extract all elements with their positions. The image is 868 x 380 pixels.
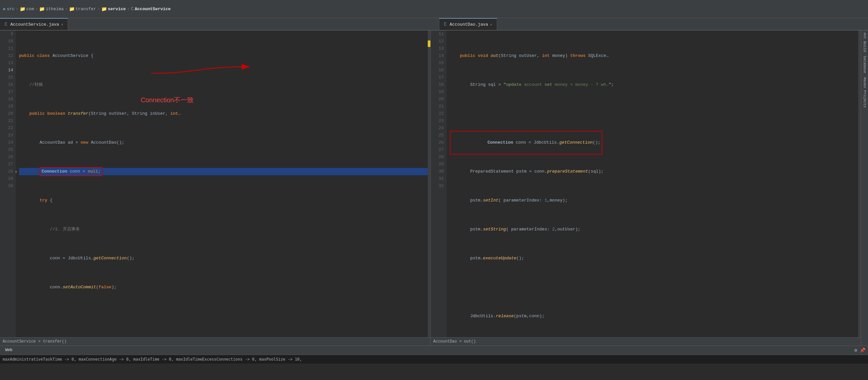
title-bar: ▶ src › 📁 com › 📁 itheima › 📁 transfer ›… (0, 0, 868, 18)
right-editor-panel: 11 12 13 14 15 16 17 18 19 20 21 22 23 2… (430, 31, 861, 346)
code-line-14: try { (19, 197, 428, 204)
sidebar-ant-build[interactable]: Ant Build (861, 31, 868, 54)
bottom-content: maxAdministrativeTaskTime -> 0, maxConne… (0, 355, 868, 364)
code-line-9: public class AccountService { (19, 52, 428, 60)
right-code-content[interactable]: public void out(String outUser, int mone… (446, 31, 859, 337)
bottom-log-text: maxAdministrativeTaskTime -> 0, maxConne… (3, 357, 302, 361)
status-breadcrumb-right: AccountDao > out() (431, 337, 861, 346)
status-breadcrumb-left: AccountService > transfer() (0, 337, 430, 346)
tab-file-icon-left: C (5, 22, 7, 27)
right-code-line-16: pstm.setInt( parameterIndex: 1,money); (450, 197, 859, 204)
code-line-17: conn.setAutoCommit(false); (19, 284, 428, 291)
sidebar-maven[interactable]: Maven Projects (861, 75, 868, 109)
left-scroll-thumb[interactable] (428, 40, 430, 47)
tab-label-left: AccountService.java (10, 22, 59, 27)
breadcrumb-left: AccountService > transfer() (3, 339, 66, 344)
right-code-line-19 (450, 284, 859, 291)
tab-accountservice[interactable]: C AccountService.java ✕ (0, 18, 68, 30)
bottom-pin-icon[interactable]: 📌 (860, 347, 865, 353)
sidebar-database[interactable]: Database (861, 54, 868, 75)
class-icon: C (131, 6, 133, 11)
tab-close-right[interactable]: ✕ (490, 22, 493, 27)
right-code-area[interactable]: 11 12 13 14 15 16 17 18 19 20 21 22 23 2… (431, 31, 861, 337)
tab-accountdao[interactable]: C AccountDao.java ✕ (439, 18, 497, 30)
bottom-settings-icon[interactable]: ⚙ (855, 347, 857, 353)
breadcrumb-right: AccountDao > out() (433, 339, 476, 344)
folder-icon-2: 📁 (39, 6, 45, 12)
left-editor-panel: 9 10 11 12 13 14 15 16 17 18 19 20 21 22… (0, 31, 430, 346)
right-code-line-17: pstm.setString( parameterIndex: 2,outUse… (450, 226, 859, 233)
src-icon: ▶ (3, 6, 6, 11)
folder-icon-4: 📁 (101, 6, 107, 12)
editors-wrapper: 9 10 11 12 13 14 15 16 17 18 19 20 21 22… (0, 31, 868, 346)
right-code-line-11: public void out(String outUser, int mone… (450, 52, 859, 60)
right-code-line-20: JdbcUtils.release(pstm,conn); (450, 313, 859, 320)
editor-container: 9 10 11 12 13 14 15 16 17 18 19 20 21 22… (0, 31, 868, 346)
right-scroll-indicator (858, 31, 861, 337)
code-line-15: //1. 开启事务 (19, 226, 428, 233)
right-line-numbers: 11 12 13 14 15 16 17 18 19 20 21 22 23 2… (431, 31, 446, 337)
code-line-16: conn = JdbcUtils.getConnection(); (19, 255, 428, 262)
folder-icon: 📁 (20, 6, 25, 12)
code-line-12: AccountDao ad = new AccountDao(); (19, 139, 428, 146)
annotation-text: Connection不一致 (141, 96, 194, 103)
right-code-line-15: PreparedStatement pstm = conn.prepareSta… (450, 168, 859, 175)
code-line-10: //转账 (19, 81, 428, 88)
tab-close-left[interactable]: ✕ (61, 22, 63, 27)
left-scroll-indicator (428, 31, 430, 337)
code-line-18 (19, 313, 428, 320)
right-code-line-12: String sql = "update account set money =… (450, 81, 859, 88)
right-code-line-18: pstm.executeUpdate(); (450, 255, 859, 262)
bottom-tab-web[interactable]: Web (3, 347, 15, 353)
code-line-11: public boolean transfer(String outUser, … (19, 110, 428, 117)
bottom-tab-bar: Web ⚙ 📌 (0, 346, 868, 355)
left-line-numbers: 9 10 11 12 13 14 15 16 17 18 19 20 21 22… (0, 31, 16, 337)
tab-bar: C AccountService.java ✕ C AccountDao.jav… (0, 18, 868, 31)
right-code-line-13 (450, 110, 859, 117)
bottom-panel: Web ⚙ 📌 maxAdministrativeTaskTime -> 0, … (0, 346, 868, 363)
code-line-13: 💡 Connection conn = null; (19, 168, 428, 175)
tab-file-icon-right: C (444, 22, 446, 27)
tab-label-right: AccountDao.java (450, 22, 488, 27)
left-code-content[interactable]: public class AccountService { //转账 publi… (16, 31, 428, 337)
folder-icon-3: 📁 (69, 6, 74, 12)
right-code-line-14: ▷ Connection conn = JdbcUtils.getConnect… (450, 139, 859, 146)
breadcrumb: ▶ src (3, 6, 14, 11)
right-sidebar: Ant Build Database Maven Projects (861, 31, 868, 346)
left-code-area[interactable]: 9 10 11 12 13 14 15 16 17 18 19 20 21 22… (0, 31, 430, 337)
